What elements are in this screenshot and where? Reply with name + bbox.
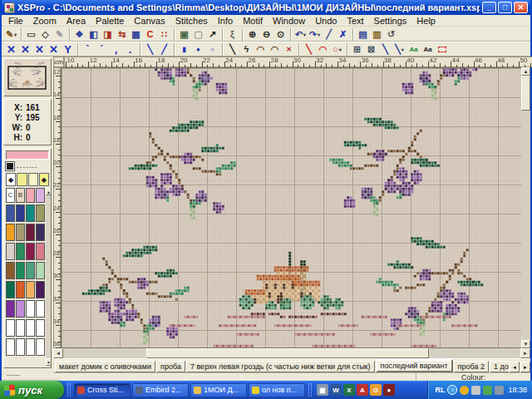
tray-icon-3[interactable] (483, 386, 492, 395)
palette-header-swatch-0[interactable]: C (6, 188, 15, 203)
calculator-icon[interactable]: ▦ (317, 384, 328, 396)
quarter-stitch-br[interactable]: . (123, 42, 137, 56)
tab-1[interactable]: макет домик с оливочками (55, 361, 155, 372)
new-page-button[interactable]: ▥ (370, 27, 384, 41)
palette-swatch[interactable] (36, 262, 45, 279)
menu-text[interactable]: Text (342, 16, 368, 26)
palette-swatch[interactable] (16, 224, 25, 241)
double-cross-stitch[interactable]: ✕ (47, 42, 61, 56)
tray-icon-2[interactable] (471, 386, 480, 395)
tray-icon-1[interactable] (460, 386, 469, 395)
palette-swatch[interactable] (6, 300, 15, 318)
taskbar-task-2[interactable]: Embird 2... (132, 383, 189, 397)
tray-collapse-icon[interactable]: ‹ (447, 385, 457, 395)
upright-cross-stitch[interactable]: ✕ (32, 42, 47, 56)
circle-tool[interactable]: ○ (330, 42, 344, 56)
scroll-left-button[interactable]: ◄ (53, 348, 63, 358)
tab-4[interactable]: последний вариант (376, 359, 453, 372)
menu-window[interactable]: Window (268, 16, 310, 26)
full-cross-stitch[interactable]: ✕ (4, 42, 18, 56)
scatter-tool[interactable]: ∷ (157, 27, 171, 41)
select-rectangle-tool[interactable]: ▭ (24, 27, 38, 41)
palette-swatch[interactable] (26, 300, 35, 318)
red-curve-tool[interactable]: ◠ (316, 42, 330, 56)
palette-swatch[interactable] (36, 224, 45, 241)
palette-swatch[interactable] (16, 281, 25, 298)
line-style-tool[interactable]: ╲ (378, 42, 392, 56)
palette-swatch[interactable] (6, 281, 15, 298)
palette-swatch[interactable] (6, 224, 15, 241)
palette-header-swatch-3[interactable] (36, 188, 45, 203)
palette-swatch[interactable] (26, 204, 35, 222)
menu-settings[interactable]: Settings (369, 16, 412, 26)
menu-help[interactable]: Help (411, 16, 441, 26)
quarter-stitch-bl[interactable]: , (109, 42, 123, 56)
maximize-button[interactable]: □ (498, 2, 512, 13)
tab-scroll-right[interactable]: ► (520, 362, 530, 372)
pointer-tool[interactable]: ↗ (205, 27, 219, 41)
minimize-button[interactable]: _ (482, 2, 496, 13)
select-stitches-tool[interactable] (435, 42, 449, 56)
menu-palette[interactable]: Palette (91, 16, 129, 26)
edit-points-tool[interactable]: ✎ (52, 27, 66, 41)
three-quarter-stitch[interactable]: ✕ (18, 42, 32, 56)
menu-zoom[interactable]: Zoom (28, 16, 62, 26)
special-swatch-2[interactable] (28, 173, 38, 186)
special-swatch-0[interactable]: ◆ (6, 173, 16, 186)
taskbar-task-4[interactable]: ол нов п... (249, 383, 305, 397)
half-stitch-forward[interactable]: ╱ (157, 42, 171, 56)
close-button[interactable]: ✕ (514, 2, 528, 13)
palette-swatch[interactable] (16, 262, 25, 279)
rotate-tool[interactable]: C (143, 27, 157, 41)
fill-area-tool[interactable]: ▦ (129, 27, 143, 41)
horizontal-scroll-thumb[interactable] (146, 348, 429, 358)
menu-canvas[interactable]: Canvas (129, 16, 170, 26)
palette-swatch[interactable] (26, 224, 35, 241)
taskbar-task-3[interactable]: 1МОИ Д... (190, 383, 247, 397)
zoom-actual-button[interactable]: ⊙ (273, 27, 288, 41)
curve-stitch-tool[interactable]: ◠ (268, 42, 282, 56)
quarter-stitch-tr[interactable]: ´ (95, 42, 109, 56)
word-icon[interactable]: W (330, 384, 342, 396)
palette-swatch[interactable] (36, 243, 45, 260)
quicklaunch-handle[interactable] (308, 383, 312, 397)
language-indicator[interactable]: RL (435, 386, 445, 394)
palette-swatch[interactable] (36, 204, 45, 222)
delete-button[interactable]: ✗ (336, 27, 350, 41)
zigzag-backstitch-tool[interactable]: ϟ (239, 42, 254, 56)
palette-swatch[interactable] (26, 243, 35, 260)
palette-swatch[interactable] (36, 300, 45, 318)
palette-swatch[interactable] (6, 204, 15, 222)
vertical-scroll-thumb[interactable] (521, 76, 530, 111)
horizontal-scroll-track[interactable] (429, 348, 520, 358)
excel-icon[interactable]: X (343, 384, 355, 396)
palette-swatch[interactable] (6, 243, 15, 260)
palette-scroll-track[interactable] (46, 195, 52, 358)
start-button[interactable]: пуск (0, 381, 64, 399)
motif-grid-tool[interactable]: ⊞ (350, 42, 364, 56)
long-bead-tool[interactable]: ▮ (177, 42, 191, 56)
menu-info[interactable]: Info (213, 16, 238, 26)
frame-tool[interactable]: ▢ (191, 27, 205, 41)
line-width-tool[interactable]: ╲ (392, 42, 406, 56)
palette-header-swatch-1[interactable]: B (16, 188, 25, 203)
palette-swatch[interactable] (16, 338, 25, 356)
bead-tool[interactable]: ● (191, 42, 205, 56)
redo-button[interactable]: ↷ (308, 27, 322, 41)
fabric-color-swatch[interactable] (6, 150, 49, 160)
palette-swatch[interactable] (26, 281, 35, 298)
tray-icon-4[interactable] (495, 386, 504, 395)
palette-swatch[interactable] (6, 338, 15, 356)
tab-6[interactable]: 1 дом (не весь для стыковки) (490, 361, 509, 372)
mirror-tool[interactable]: ⇆ (115, 27, 129, 41)
zoom-out-button[interactable]: ⊖ (259, 27, 273, 41)
pattern-preview[interactable] (3, 58, 52, 96)
palette-header-swatch-2[interactable] (26, 188, 35, 203)
paste-area-tool[interactable]: ◨ (101, 27, 115, 41)
taskbar-task-1[interactable]: Cross Sti... (74, 383, 131, 397)
palette-swatch[interactable] (16, 319, 25, 337)
special-swatch-3[interactable]: ◆ (39, 173, 49, 186)
scroll-right-button[interactable]: ► (520, 348, 530, 358)
arc-stitch-tool[interactable]: ◠ (254, 42, 268, 56)
text-tool[interactable]: Aa (421, 42, 435, 56)
